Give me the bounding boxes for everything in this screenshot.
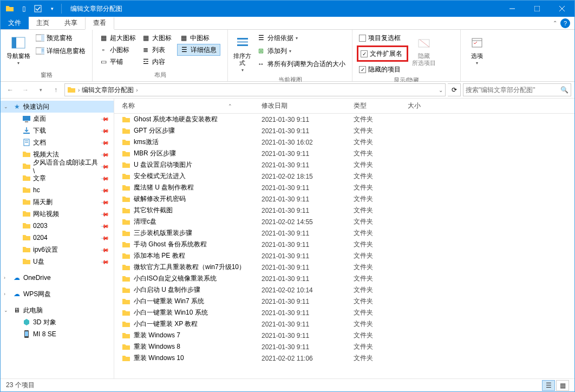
nav-item[interactable]: 3D 对象: [1, 316, 114, 328]
details-pane-button[interactable]: 详细信息窗格: [34, 45, 88, 57]
file-row[interactable]: 三步装机版重装步骤2021-01-30 9:11文件夹: [114, 227, 574, 239]
file-row[interactable]: 小白ISO自定义镜像重装系统2021-01-30 9:11文件夹: [114, 273, 574, 284]
qat-checkbox-icon[interactable]: [32, 3, 44, 15]
nav-item[interactable]: 文章📌: [1, 172, 114, 184]
file-row[interactable]: MBR 分区步骤2021-01-30 9:11文件夹: [114, 148, 574, 159]
address-dropdown-icon[interactable]: ⌄: [439, 87, 443, 93]
search-box[interactable]: 🔍: [463, 83, 571, 96]
nav-item[interactable]: 0204📌: [1, 232, 114, 244]
group-by-button[interactable]: ☰分组依据 ▾: [254, 32, 348, 44]
breadcrumb[interactable]: 编辑文章部分配图: [82, 86, 134, 95]
nav-item[interactable]: 夕风语音合成朗读工具\📌: [1, 160, 114, 172]
column-headers[interactable]: 名称⌃ 修改日期 类型 大小: [114, 99, 574, 114]
file-row[interactable]: 重装 Windows 102021-02-02 11:06文件夹: [114, 352, 574, 364]
status-bar: 23 个项目 ☰ ▦: [1, 378, 574, 391]
file-row[interactable]: 微软官方工具重装教程（win7升级10）2021-01-30 9:11文件夹: [114, 262, 574, 273]
svg-rect-21: [23, 133, 30, 134]
file-row[interactable]: 重装 Windows 72021-01-30 9:11文件夹: [114, 330, 574, 341]
add-columns-button[interactable]: ⊞添加列 ▾: [254, 45, 348, 57]
nav-onedrive[interactable]: › ☁ OneDrive: [1, 272, 114, 284]
file-row[interactable]: 小白一键重装 Win7 系统2021-01-30 9:11文件夹: [114, 296, 574, 307]
pin-icon: 📌: [101, 174, 109, 182]
folder-icon: [122, 354, 130, 363]
item-checkboxes-toggle[interactable]: 项目复选框: [357, 32, 408, 44]
preview-pane-button[interactable]: 预览窗格: [34, 32, 88, 44]
folder-icon: [22, 221, 31, 230]
layout-xl[interactable]: ▦超大图标: [97, 32, 139, 44]
file-row[interactable]: 小白一键重装 Win10 系统2021-01-30 9:11文件夹: [114, 307, 574, 318]
search-icon[interactable]: 🔍: [560, 86, 569, 94]
folder-icon: [122, 195, 130, 204]
layout-sm[interactable]: ▫小图标: [97, 44, 139, 56]
nav-item[interactable]: hc📌: [1, 184, 114, 196]
file-row[interactable]: 破解修改开机密码2021-01-30 9:11文件夹: [114, 193, 574, 205]
tab-file[interactable]: 文件: [1, 17, 29, 29]
nav-item[interactable]: U盘📌: [1, 256, 114, 267]
nav-wps[interactable]: › ☁ WPS网盘: [1, 288, 114, 300]
refresh-button[interactable]: ⟳: [448, 83, 461, 96]
minimize-button[interactable]: [500, 1, 525, 17]
file-extensions-toggle[interactable]: 文件扩展名: [358, 48, 404, 60]
layout-details[interactable]: ☰详细信息: [177, 44, 220, 56]
nav-item[interactable]: 桌面📌: [1, 113, 114, 125]
nav-item[interactable]: 0203📌: [1, 220, 114, 232]
star-icon: ★: [12, 102, 21, 111]
search-input[interactable]: [466, 86, 560, 94]
view-icons-button[interactable]: ▦: [556, 380, 569, 391]
ribbon: 导航窗格 ▾ 预览窗格 详细信息窗格 窗格 ▦超大图标: [1, 30, 574, 82]
tab-share[interactable]: 共享: [57, 17, 85, 29]
svg-rect-15: [237, 44, 248, 46]
svg-rect-14: [237, 41, 248, 43]
qat-dropdown-icon[interactable]: ▾: [46, 3, 58, 15]
navigation-pane[interactable]: ⌄ ★ 快速访问 桌面📌下载📌文档📌视频大法📌夕风语音合成朗读工具\📌文章📌hc…: [1, 99, 114, 378]
breadcrumb-box[interactable]: › 编辑文章部分配图 › ⌄: [64, 83, 446, 96]
file-row[interactable]: 重装 Windows 82021-01-30 9:11文件夹: [114, 341, 574, 352]
file-row[interactable]: 小白启动 U 盘制作步骤2021-02-02 10:14文件夹: [114, 284, 574, 296]
tab-home[interactable]: 主页: [29, 17, 57, 29]
options-button[interactable]: 选项 ▾: [465, 32, 489, 68]
nav-item[interactable]: 网站视频📌: [1, 208, 114, 220]
tab-view[interactable]: 查看: [85, 17, 114, 30]
forward-button[interactable]: →: [19, 83, 32, 96]
maximize-button[interactable]: [525, 1, 550, 17]
nav-item[interactable]: ipv6设置📌: [1, 244, 114, 256]
nav-item[interactable]: 下载📌: [1, 125, 114, 136]
file-row[interactable]: kms激活2021-01-30 16:02文件夹: [114, 136, 574, 148]
hidden-items-toggle[interactable]: 隐藏的项目: [357, 63, 408, 75]
file-row[interactable]: Ghost 系统本地硬盘安装教程2021-01-30 9:11文件夹: [114, 114, 574, 125]
nav-this-pc[interactable]: ⌄ 🖥 此电脑: [1, 304, 114, 316]
view-details-button[interactable]: ☰: [542, 380, 555, 391]
nav-quick-access[interactable]: ⌄ ★ 快速访问: [1, 101, 114, 113]
sort-button[interactable]: 排序方式 ▾: [232, 32, 252, 75]
downloads-icon: [22, 126, 31, 135]
nav-item[interactable]: 文档📌: [1, 136, 114, 148]
file-row[interactable]: 安全模式无法进入2021-02-02 18:15文件夹: [114, 171, 574, 182]
file-row[interactable]: 添加本地 PE 教程2021-01-30 9:11文件夹: [114, 250, 574, 262]
fit-columns-button[interactable]: ↔将所有列调整为合适的大小: [254, 58, 348, 70]
layout-content[interactable]: ☲内容: [139, 56, 177, 68]
layout-md[interactable]: ▦中图标: [177, 32, 215, 44]
file-row[interactable]: GPT 分区步骤2021-01-30 9:11文件夹: [114, 125, 574, 136]
recent-locations-icon[interactable]: ▾: [34, 83, 47, 96]
pin-icon: 📌: [101, 162, 109, 171]
layout-list[interactable]: ≣列表: [139, 44, 177, 56]
nav-item[interactable]: 隔天删📌: [1, 196, 114, 208]
file-row[interactable]: 手动 Ghost 备份系统教程2021-01-30 9:11文件夹: [114, 239, 574, 250]
layout-tiles[interactable]: ▭平铺: [97, 56, 139, 68]
file-row[interactable]: 清理c盘2021-02-02 14:55文件夹: [114, 216, 574, 227]
help-icon[interactable]: ?: [560, 18, 570, 28]
file-rows[interactable]: Ghost 系统本地硬盘安装教程2021-01-30 9:11文件夹GPT 分区…: [114, 114, 574, 378]
file-row[interactable]: U 盘设置启动项图片2021-01-30 9:11文件夹: [114, 159, 574, 171]
svg-rect-13: [237, 38, 248, 40]
nav-pane-button[interactable]: 导航窗格 ▾: [5, 32, 31, 68]
file-row[interactable]: 魔法猪 U 盘制作教程2021-01-30 9:11文件夹: [114, 182, 574, 193]
ribbon-collapse-icon[interactable]: ⌃: [553, 20, 557, 26]
back-button[interactable]: ←: [4, 83, 17, 96]
file-row[interactable]: 其它软件截图2021-01-30 9:11文件夹: [114, 205, 574, 216]
up-button[interactable]: ↑: [49, 83, 62, 96]
file-row[interactable]: 小白一键重装 XP 教程2021-01-30 9:11文件夹: [114, 318, 574, 330]
nav-item[interactable]: MI 8 SE: [1, 328, 114, 340]
close-button[interactable]: [550, 1, 574, 17]
layout-lg[interactable]: ▦大图标: [139, 32, 177, 44]
qat-properties-icon[interactable]: ▯: [18, 3, 30, 15]
